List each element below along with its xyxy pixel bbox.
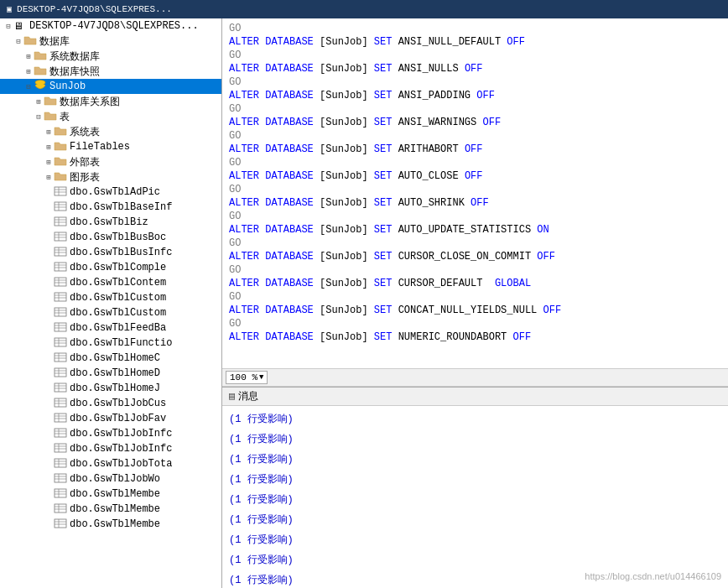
expander-t10[interactable] [44, 323, 54, 333]
expander-sys-tables[interactable]: ⊞ [44, 127, 54, 137]
expander-t19[interactable] [44, 459, 54, 469]
icon-table [54, 307, 67, 320]
tree-item-t4[interactable]: dbo.GswTblBusBoc [0, 230, 221, 245]
tree-item-t10[interactable]: dbo.GswTblFeedBa [0, 320, 221, 336]
expander-server[interactable]: ⊟ [3, 21, 13, 31]
zoom-box[interactable]: 100 % ▼ [226, 371, 268, 384]
expander-t11[interactable] [44, 338, 54, 348]
tree-item-sunjob[interactable]: ⊟SunJob [0, 79, 221, 94]
icon-table [54, 473, 67, 486]
icon-folder [54, 141, 67, 154]
query-line-20: GO [229, 290, 721, 304]
expander-t17[interactable] [44, 429, 54, 439]
tree-item-db-diagrams[interactable]: ⊞数据库关系图 [0, 94, 221, 109]
tree-item-sys-tables[interactable]: ⊞系统表 [0, 124, 221, 139]
svg-rect-89 [55, 519, 66, 528]
tree-item-t5[interactable]: dbo.GswTblBusInfc [0, 245, 221, 260]
tree-item-t17[interactable]: dbo.GswTblJobInfc [0, 426, 221, 441]
tree-item-t16[interactable]: dbo.GswTblJobFav [0, 411, 221, 426]
expander-tables[interactable]: ⊟ [34, 112, 44, 122]
expander-t5[interactable] [44, 247, 54, 258]
tree-label-t8: dbo.GswTblCustom [70, 292, 166, 304]
tree-item-databases[interactable]: ⊟数据库 [0, 34, 221, 49]
tree-item-t3[interactable]: dbo.GswTblBiz [0, 215, 221, 230]
tree-item-filetables[interactable]: ⊞FileTables [0, 139, 221, 154]
tree-label-t18: dbo.GswTblJobInfc [70, 443, 172, 455]
messages-content[interactable]: (1 行受影响)(1 行受影响)(1 行受影响)(1 行受影响)(1 行受影响)… [222, 406, 728, 588]
tree-label-db-diagrams: 数据库关系图 [60, 95, 120, 109]
tree-item-t21[interactable]: dbo.GswTblMembe [0, 487, 221, 502]
tree-item-t7[interactable]: dbo.GswTblContem [0, 275, 221, 290]
expander-t1[interactable] [44, 187, 54, 197]
tree-item-system-dbs[interactable]: ⊞系统数据库 [0, 49, 221, 64]
icon-table [54, 488, 67, 501]
tree-item-external-tables[interactable]: ⊞外部表 [0, 154, 221, 169]
tree-item-t22[interactable]: dbo.GswTblMembe [0, 502, 221, 517]
expander-external-tables[interactable]: ⊞ [44, 157, 54, 167]
expander-t6[interactable] [44, 263, 54, 273]
expander-databases[interactable]: ⊟ [13, 36, 23, 46]
messages-title: 消息 [238, 389, 258, 403]
expander-graph-tables[interactable]: ⊞ [44, 172, 54, 182]
expander-t22[interactable] [44, 504, 54, 514]
expander-filetables[interactable]: ⊞ [44, 142, 54, 152]
expander-sunjob[interactable]: ⊟ [23, 81, 34, 91]
message-line-1: (1 行受影响) [229, 429, 721, 450]
query-line-14: GO [229, 210, 721, 223]
tree-item-t6[interactable]: dbo.GswTblComple [0, 260, 221, 275]
tree-label-graph-tables: 图形表 [70, 170, 100, 185]
expander-t12[interactable] [44, 353, 54, 363]
tree-item-t23[interactable]: dbo.GswTblMembe [0, 517, 221, 532]
svg-rect-85 [55, 504, 66, 513]
expander-t23[interactable] [44, 519, 54, 529]
tree-item-server[interactable]: ⊟🖥DESKTOP-4V7JQD8\SQLEXPRES... [0, 18, 221, 34]
expander-t2[interactable] [44, 202, 54, 212]
tree-item-t12[interactable]: dbo.GswTblHomeC [0, 351, 221, 366]
svg-rect-45 [55, 353, 66, 362]
expander-db-diagrams[interactable]: ⊞ [34, 96, 44, 107]
expander-system-dbs[interactable]: ⊞ [23, 51, 34, 61]
tree-item-t11[interactable]: dbo.GswTblFunctio [0, 336, 221, 351]
tree-item-graph-tables[interactable]: ⊞图形表 [0, 169, 221, 185]
query-line-23: ALTER DATABASE [SunJob] SET NUMERIC_ROUN… [229, 330, 721, 344]
message-line-0: (1 行受影响) [229, 409, 721, 429]
tree-label-t10: dbo.GswTblFeedBa [70, 322, 166, 334]
tree-item-t13[interactable]: dbo.GswTblHomeD [0, 366, 221, 381]
expander-db-snapshots[interactable]: ⊞ [23, 66, 34, 76]
tree-item-tables[interactable]: ⊟表 [0, 109, 221, 124]
tree-item-t14[interactable]: dbo.GswTblHomeJ [0, 381, 221, 396]
icon-folder [54, 126, 67, 138]
tree-item-t15[interactable]: dbo.GswTblJobCus [0, 396, 221, 411]
query-editor[interactable]: GOALTER DATABASE [SunJob] SET ANSI_NULL_… [222, 18, 728, 368]
tree-label-external-tables: 外部表 [70, 155, 100, 169]
tree-item-db-snapshots[interactable]: ⊞数据库快照 [0, 64, 221, 79]
tree-item-t8[interactable]: dbo.GswTblCustom [0, 290, 221, 305]
expander-t20[interactable] [44, 474, 54, 484]
tree-item-t1[interactable]: dbo.GswTblAdPic [0, 185, 221, 200]
expander-t16[interactable] [44, 414, 54, 424]
expander-t13[interactable] [44, 368, 54, 378]
tree-label-databases: 数据库 [39, 34, 70, 49]
expander-t3[interactable] [44, 217, 54, 227]
tree-item-t9[interactable]: dbo.GswTblCustom [0, 305, 221, 320]
object-explorer[interactable]: ⊟🖥DESKTOP-4V7JQD8\SQLEXPRES...⊟数据库⊞系统数据库… [0, 18, 222, 588]
expander-t9[interactable] [44, 308, 54, 318]
tree-label-t1: dbo.GswTblAdPic [70, 186, 160, 198]
messages-panel: ▤ 消息 (1 行受影响)(1 行受影响)(1 行受影响)(1 行受影响)(1 … [222, 387, 728, 588]
svg-rect-21 [55, 263, 66, 271]
tree-item-t2[interactable]: dbo.GswTblBaseInf [0, 200, 221, 215]
expander-t7[interactable] [44, 278, 54, 288]
icon-server: 🖥 [13, 20, 27, 33]
tree-item-t18[interactable]: dbo.GswTblJobInfc [0, 441, 221, 456]
tree-item-t20[interactable]: dbo.GswTblJobWo [0, 471, 221, 487]
expander-t8[interactable] [44, 293, 54, 303]
messages-icon: ▤ [229, 390, 235, 403]
expander-t14[interactable] [44, 383, 54, 393]
expander-t18[interactable] [44, 444, 54, 454]
expander-t4[interactable] [44, 232, 54, 242]
title-bar: ▣ DESKTOP-4V7JQD8\SQLEXPRES... [0, 0, 728, 18]
tree-label-server: DESKTOP-4V7JQD8\SQLEXPRES... [29, 20, 199, 32]
expander-t21[interactable] [44, 489, 54, 499]
expander-t15[interactable] [44, 398, 54, 408]
tree-item-t19[interactable]: dbo.GswTblJobTota [0, 456, 221, 471]
